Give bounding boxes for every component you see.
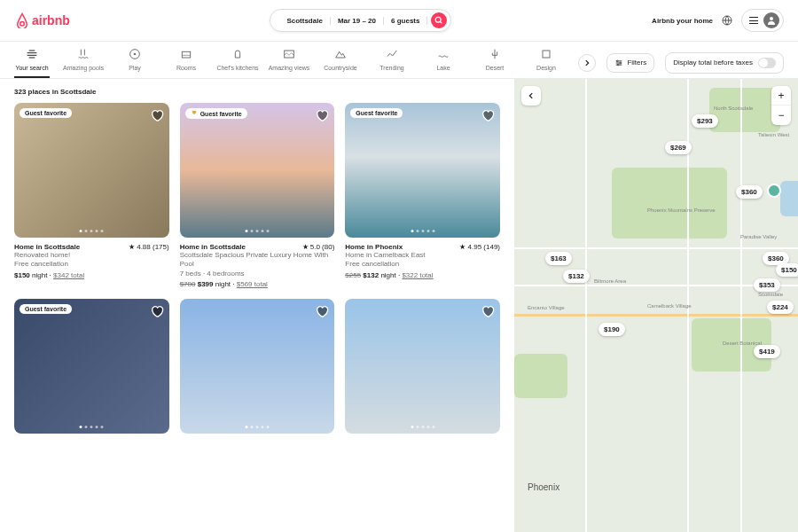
map-price-pin[interactable]: $293: [692, 114, 718, 128]
chef-icon: [231, 47, 245, 61]
category-label: Design: [536, 65, 556, 71]
map-area-label: Scottsdale: [758, 292, 783, 297]
map-city-label: Phoenix: [528, 482, 559, 492]
listing-rating: ★ 4.95 (149): [459, 243, 500, 251]
listing-rating: ★ 4.88 (175): [129, 243, 169, 251]
categories-next-button[interactable]: [578, 54, 596, 72]
listing-card: [180, 299, 335, 434]
play-icon: [128, 47, 142, 61]
heart-icon[interactable]: [315, 108, 329, 122]
country-icon: [333, 47, 348, 61]
listing-image[interactable]: [180, 299, 335, 434]
host-link[interactable]: Airbnb your home: [652, 17, 713, 25]
map-price-pin[interactable]: $419: [754, 345, 780, 358]
category-play[interactable]: Play: [117, 47, 153, 78]
category-desert[interactable]: Desert: [477, 47, 512, 78]
rooms-icon: [179, 47, 193, 61]
listing-image[interactable]: Guest favorite: [14, 103, 169, 238]
map[interactable]: + − Phoenix $293$269$360$163$132$360$150…: [514, 79, 798, 532]
category-trending[interactable]: Trending: [374, 47, 410, 78]
zoom-in-button[interactable]: +: [771, 86, 791, 106]
listing-image[interactable]: Guest favorite: [14, 299, 169, 434]
map-price-pin[interactable]: $224: [767, 301, 794, 314]
svg-point-14: [618, 64, 620, 66]
listing-subtitle: Free cancellation: [345, 260, 500, 269]
listing-title[interactable]: Home in Phoenix: [345, 243, 403, 251]
zoom-out-button[interactable]: −: [771, 106, 791, 125]
category-pool[interactable]: Amazing pools: [66, 47, 101, 78]
category-label: Trending: [379, 65, 403, 71]
map-price-pin[interactable]: $269: [665, 141, 692, 154]
listing-subtitle: Free cancellation: [14, 260, 169, 269]
user-menu[interactable]: [741, 9, 784, 32]
image-dots: [245, 230, 269, 232]
header-right: Airbnb your home: [652, 9, 784, 32]
heart-icon[interactable]: [481, 108, 495, 122]
svg-point-5: [134, 53, 137, 56]
heart-icon[interactable]: [150, 304, 164, 318]
listing-subtitle: Home in Camelback East: [345, 251, 500, 260]
logo[interactable]: airbnb: [14, 12, 70, 28]
hamburger-icon: [749, 17, 758, 24]
map-price-pin[interactable]: $353: [754, 278, 780, 292]
heart-icon[interactable]: [481, 304, 495, 318]
category-label: Amazing pools: [63, 65, 104, 71]
heart-icon[interactable]: [315, 304, 329, 318]
listing-title[interactable]: Home in Scottsdale: [14, 243, 80, 251]
search-location[interactable]: Scottsdale: [279, 17, 330, 25]
category-label: Countryside: [324, 65, 356, 71]
listing-title[interactable]: Home in Scottsdale: [180, 243, 246, 251]
map-area-label: North Scottsdale: [714, 106, 753, 111]
search-guests[interactable]: 6 guests: [384, 17, 427, 25]
map-zoom-controls: + −: [771, 86, 791, 125]
map-collapse-button[interactable]: [521, 86, 541, 106]
globe-icon[interactable]: [722, 15, 732, 26]
map-price-pin[interactable]: $132: [563, 270, 590, 283]
listing-image[interactable]: Guest favorite: [180, 103, 335, 238]
listing-price: $150 night · $342 total: [14, 271, 169, 279]
image-dots: [80, 230, 104, 232]
map-area-label: Camelback Village: [647, 303, 692, 309]
search-dates[interactable]: Mar 19 – 20: [331, 17, 384, 25]
category-country[interactable]: Countryside: [323, 47, 358, 78]
map-park: [612, 168, 727, 239]
map-poi-icon[interactable]: [767, 184, 781, 198]
category-lake[interactable]: Lake: [426, 47, 461, 78]
svg-point-12: [617, 60, 619, 62]
map-road: [585, 79, 587, 532]
map-area-label: Encanto Village: [528, 305, 565, 310]
map-price-pin[interactable]: $163: [545, 252, 572, 265]
svg-point-0: [436, 17, 442, 22]
listing-image[interactable]: [345, 299, 500, 434]
category-label: Play: [129, 65, 141, 71]
search-pill[interactable]: Scottsdale Mar 19 – 20 6 guests: [270, 9, 451, 32]
image-dots: [80, 426, 104, 428]
category-design[interactable]: Design: [528, 47, 564, 78]
listing-image[interactable]: Guest favorite: [345, 103, 500, 238]
map-price-pin[interactable]: $360: [736, 185, 763, 199]
filters-button[interactable]: Filters: [606, 53, 654, 73]
heart-icon[interactable]: [150, 108, 164, 122]
chevron-left-icon: [527, 91, 536, 100]
search-button[interactable]: [431, 12, 447, 28]
category-label: Lake: [436, 65, 450, 71]
chevron-right-icon: [583, 59, 591, 67]
map-water: [780, 181, 798, 216]
category-chef[interactable]: Chef's kitchens: [220, 47, 255, 78]
map-price-pin[interactable]: $190: [598, 323, 625, 336]
views-icon: [282, 47, 296, 61]
trending-icon: [385, 47, 399, 61]
category-label: Your search: [15, 65, 48, 71]
listing-price: $255 $132 night · $322 total: [345, 271, 500, 279]
listings-grid: Guest favorite Home in Scottsdale ★ 4.88…: [14, 103, 500, 434]
category-search[interactable]: Your search: [14, 47, 50, 78]
search-icon: [25, 47, 39, 61]
total-toggle-switch[interactable]: [758, 58, 776, 68]
category-rooms[interactable]: Rooms: [168, 47, 204, 78]
total-toggle-label: Display total before taxes: [673, 59, 753, 66]
map-price-pin[interactable]: $150: [776, 263, 798, 277]
image-dots: [411, 230, 434, 232]
category-label: Chef's kitchens: [216, 65, 258, 71]
category-views[interactable]: Amazing views: [271, 47, 307, 78]
map-road: [740, 79, 742, 532]
